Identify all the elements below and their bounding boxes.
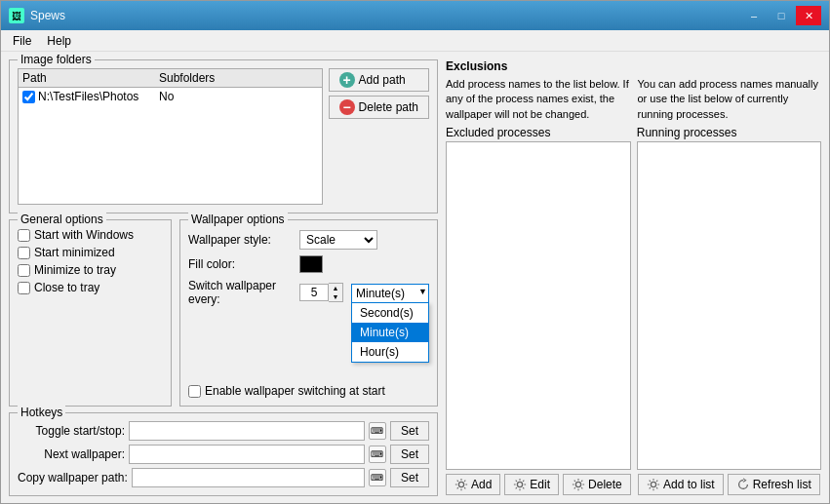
start-minimized-label: Start minimized: [34, 246, 115, 259]
hotkey-toggle-set-button[interactable]: Set: [390, 421, 429, 441]
hotkey-copy-label: Copy wallpaper path:: [18, 471, 128, 485]
wallpaper-options-group: Wallpaper options Wallpaper style: Scale…: [179, 219, 438, 407]
app-icon: 🖼: [9, 8, 24, 23]
refresh-icon: [736, 478, 750, 491]
right-panel: Exclusions Add process names to the list…: [446, 59, 821, 495]
start-windows-checkbox[interactable]: [18, 229, 30, 242]
refresh-list-button[interactable]: Refresh list: [728, 474, 820, 495]
switch-every-label: Switch wallpaper every:: [188, 279, 296, 306]
spinner-buttons: ▲ ▼: [329, 283, 343, 302]
switch-value-input[interactable]: [299, 284, 329, 301]
unit-dropdown-popup: Second(s) Minute(s) Hour(s): [351, 302, 429, 363]
hotkey-toggle-input[interactable]: [129, 421, 365, 441]
unit-select[interactable]: Minute(s): [351, 284, 429, 302]
excluded-processes-actions: Add Edit: [446, 474, 631, 495]
title-bar-left: 🖼 Spews: [9, 8, 65, 23]
hotkey-copy-set-button[interactable]: Set: [390, 468, 429, 487]
right-panel-inner: Exclusions Add process names to the list…: [446, 59, 821, 495]
wallpaper-style-row: Wallpaper style: Scale Center Tile Stret…: [188, 230, 429, 250]
checkbox-minimize-tray: Minimize to tray: [18, 263, 163, 277]
switch-spinner: ▲ ▼: [299, 283, 343, 302]
fill-color-label: Fill color:: [188, 257, 296, 271]
start-windows-label: Start with Windows: [34, 228, 134, 242]
option-minutes[interactable]: Minute(s): [352, 323, 428, 342]
delete-icon: −: [339, 99, 355, 115]
menu-help[interactable]: Help: [39, 32, 79, 50]
fill-color-box[interactable]: [299, 255, 323, 273]
left-panel: Image folders Path Subfolders N:\TestFil…: [9, 59, 438, 495]
svg-point-2: [575, 482, 580, 486]
menu-bar: File Help: [1, 30, 829, 52]
unit-dropdown-wrap: Minute(s) ▼ Second(s) Minute(s) Hour(s): [351, 284, 429, 302]
general-options-group: General options Start with Windows Start…: [9, 219, 172, 407]
switch-every-row: Switch wallpaper every: ▲ ▼ Minute(s): [188, 279, 429, 306]
delete-path-button[interactable]: − Delete path: [329, 96, 429, 119]
svg-point-3: [651, 482, 655, 486]
spinner-up[interactable]: ▲: [329, 284, 342, 292]
minimize-button[interactable]: –: [741, 6, 767, 25]
maximize-button[interactable]: □: [769, 6, 794, 25]
folder-checkbox[interactable]: [22, 91, 35, 103]
exclusions-right-desc: You can add process names manually or us…: [638, 77, 822, 122]
checkbox-close-tray: Close to tray: [18, 281, 163, 294]
exclusions-left-desc: Add process names to the list below. If …: [446, 77, 630, 122]
exclusions-panels: Excluded processes Add: [446, 126, 821, 495]
folders-table: Path Subfolders N:\TestFiles\Photos No: [18, 68, 323, 205]
spinner-down[interactable]: ▼: [329, 292, 342, 301]
main-content: Image folders Path Subfolders N:\TestFil…: [1, 52, 829, 503]
minimize-tray-label: Minimize to tray: [34, 263, 116, 277]
hotkey-next-input[interactable]: [129, 445, 365, 464]
wallpaper-style-select[interactable]: Scale Center Tile Stretch Fit Fill: [299, 230, 377, 250]
hotkey-next-set-button[interactable]: Set: [390, 445, 429, 464]
enable-switching-row: Enable wallpaper switching at start: [188, 384, 429, 398]
enable-switching-label: Enable wallpaper switching at start: [205, 384, 385, 398]
hotkeys-group: Hotkeys Toggle start/stop: ⌨ Set Next wa…: [9, 412, 438, 496]
wallpaper-options-title: Wallpaper options: [188, 213, 288, 226]
running-processes-col: Running processes Add to list: [637, 126, 821, 495]
option-hours[interactable]: Hour(s): [352, 342, 428, 362]
image-folders-group: Image folders Path Subfolders N:\TestFil…: [9, 59, 438, 213]
col-path-header: Path: [22, 71, 159, 85]
main-window: 🖼 Spews – □ ✕ File Help Image folders Pa…: [0, 0, 830, 504]
excluded-processes-title: Excluded processes: [446, 126, 631, 139]
add-gear-icon: [455, 478, 468, 491]
hotkey-copy-input[interactable]: [132, 468, 365, 487]
add-to-list-gear-icon: [647, 478, 660, 491]
checkbox-start-windows: Start with Windows: [18, 228, 163, 242]
image-folders-content: Path Subfolders N:\TestFiles\Photos No: [18, 68, 429, 205]
excluded-processes-list[interactable]: [446, 141, 631, 470]
running-processes-title: Running processes: [637, 126, 821, 139]
enable-switching-checkbox[interactable]: [188, 385, 201, 398]
excluded-processes-col: Excluded processes Add: [446, 126, 631, 495]
option-seconds[interactable]: Second(s): [352, 303, 428, 323]
close-tray-checkbox[interactable]: [18, 282, 30, 294]
add-icon: +: [339, 72, 355, 88]
add-excluded-button[interactable]: Add: [446, 474, 500, 495]
delete-excluded-button[interactable]: Delete: [563, 474, 631, 495]
hotkey-toggle-row: Toggle start/stop: ⌨ Set: [18, 421, 429, 441]
edit-gear-icon: [513, 478, 527, 491]
folder-actions: + Add path − Delete path: [329, 68, 429, 205]
table-row[interactable]: N:\TestFiles\Photos No: [19, 88, 322, 105]
hotkey-next-row: Next wallpaper: ⌨ Set: [18, 445, 429, 464]
minimize-tray-checkbox[interactable]: [18, 264, 30, 277]
hotkey-toggle-key-icon: ⌨: [369, 422, 386, 440]
exclusions-title: Exclusions: [446, 59, 821, 73]
menu-file[interactable]: File: [5, 32, 39, 50]
checkbox-start-minimized: Start minimized: [18, 246, 163, 259]
bottom-options: General options Start with Windows Start…: [9, 219, 438, 407]
add-to-list-button[interactable]: Add to list: [638, 474, 724, 495]
edit-excluded-button[interactable]: Edit: [504, 474, 559, 495]
add-path-button[interactable]: + Add path: [329, 68, 429, 92]
folder-subfolders-cell: No: [159, 90, 318, 103]
title-bar-controls: – □ ✕: [741, 6, 821, 25]
svg-point-0: [458, 482, 463, 486]
start-minimized-checkbox[interactable]: [18, 247, 30, 259]
running-processes-actions: Add to list Refresh list: [637, 474, 821, 495]
running-processes-list[interactable]: [637, 141, 821, 470]
close-button[interactable]: ✕: [796, 6, 821, 25]
hotkey-copy-key-icon: ⌨: [369, 469, 386, 486]
exclusions-desc-row: Add process names to the list below. If …: [446, 77, 821, 122]
svg-point-1: [518, 482, 523, 486]
fill-color-row: Fill color:: [188, 255, 429, 273]
